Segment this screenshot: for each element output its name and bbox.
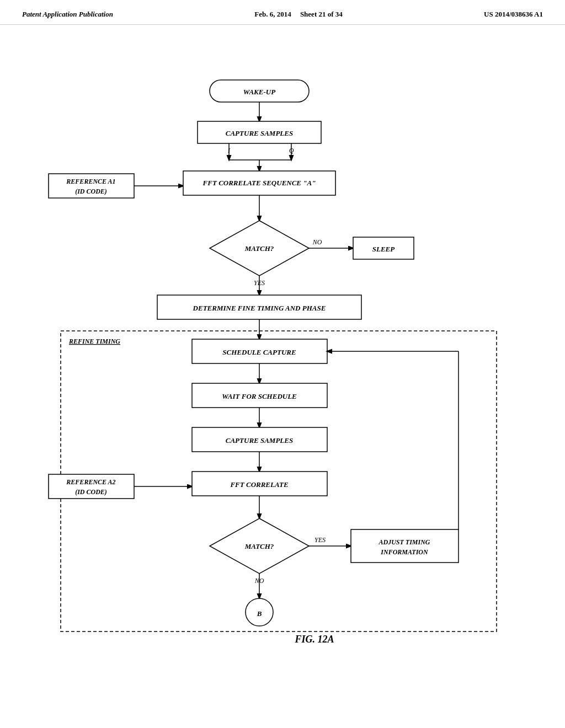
yes-label-2: YES (315, 536, 326, 544)
adjust-timing-line2: INFORMATION (380, 548, 429, 556)
refine-timing-label: REFINE TIMING (68, 338, 120, 345)
patent-number: US 2014/038636 A1 (484, 10, 543, 19)
diagram-area: WAKE-UP CAPTURE SAMPLES I Q REFERENCE A1… (0, 25, 565, 720)
capture-samples-1-label: CAPTURE SAMPLES (226, 129, 293, 137)
reference-a2-line1: REFERENCE A2 (66, 478, 115, 486)
reference-a1-line2: (ID CODE) (75, 188, 107, 195)
wake-up-label: WAKE-UP (243, 88, 276, 96)
no-label-1: NO (312, 238, 322, 246)
fft-correlate-seq-label: FFT CORRELATE SEQUENCE "A" (202, 179, 316, 187)
schedule-capture-label: SCHEDULE CAPTURE (222, 348, 296, 356)
b-connector-label: B (257, 609, 262, 618)
capture-samples-2-label: CAPTURE SAMPLES (226, 436, 293, 445)
sheet-info: Sheet 21 of 34 (300, 10, 343, 18)
reference-a2-line2: (ID CODE) (75, 488, 107, 496)
publication-label: Patent Application Publication (22, 10, 113, 19)
determine-timing-label: DETERMINE FINE TIMING AND PHASE (193, 304, 326, 312)
sleep-label: SLEEP (372, 245, 396, 253)
wait-for-schedule-label: WAIT FOR SCHEDULE (222, 392, 297, 400)
svg-rect-30 (351, 529, 459, 563)
adjust-timing-line1: ADJUST TIMING (378, 538, 430, 546)
fft-correlate-label: FFT CORRELATE (230, 480, 288, 489)
match1-label: MATCH? (244, 244, 274, 253)
match2-label: MATCH? (244, 542, 274, 550)
date: Feb. 6, 2014 (254, 10, 291, 18)
figure-caption: FIG. 12A (294, 634, 334, 645)
page-header: Patent Application Publication Feb. 6, 2… (0, 0, 565, 25)
reference-a1-line1: REFERENCE A1 (66, 178, 115, 185)
flowchart-svg: WAKE-UP CAPTURE SAMPLES I Q REFERENCE A1… (0, 25, 565, 720)
date-sheet: Feb. 6, 2014 Sheet 21 of 34 (254, 10, 343, 19)
